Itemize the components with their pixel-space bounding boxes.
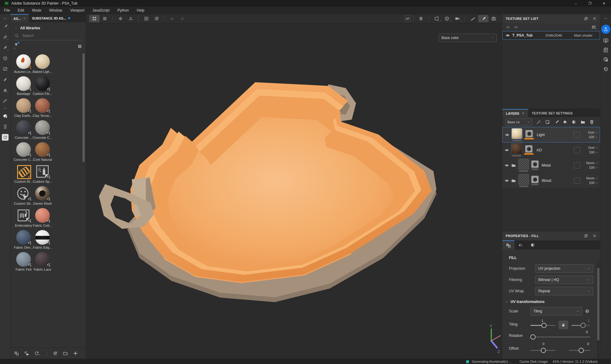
rotation-slider[interactable] <box>530 337 590 337</box>
tiling-slider-1[interactable] <box>530 325 555 326</box>
add-paint-layer-icon[interactable] <box>554 120 559 124</box>
blend-mode-dropdown[interactable]: Ovrl <box>588 131 598 134</box>
flip-b-icon[interactable] <box>177 15 188 22</box>
uv-transformations-header[interactable]: UV transformations <box>505 300 596 304</box>
log-panel-icon[interactable] <box>603 47 609 53</box>
resources-updater-icon[interactable] <box>0 132 10 142</box>
search-bar[interactable] <box>15 33 82 40</box>
opacity-dropdown[interactable]: 100 <box>589 166 598 169</box>
asset-item[interactable]: Fabric Cott... <box>33 208 52 230</box>
eraser-tool-icon[interactable] <box>0 31 10 42</box>
manipulator-icon[interactable] <box>89 15 100 22</box>
close-button[interactable]: ✕ <box>597 0 611 7</box>
show-all-sets-icon[interactable] <box>506 25 510 29</box>
layer-row-light[interactable]: Light Ovrl 100 <box>502 127 600 142</box>
asset-item[interactable]: Fabric Edg... <box>33 230 52 252</box>
layer-reference-box[interactable] <box>574 162 580 168</box>
shader-settings-icon[interactable] <box>603 57 609 62</box>
menu-file[interactable]: File <box>0 8 14 13</box>
geometry-visibility-icon[interactable] <box>404 16 411 22</box>
symmetry-horizontal-icon[interactable] <box>115 15 126 22</box>
asset-item[interactable]: Carbon Fib... <box>33 76 52 98</box>
share-button[interactable] <box>601 25 610 34</box>
projection-tool-icon[interactable] <box>0 42 10 53</box>
polygon-fill-tool-icon[interactable] <box>0 63 10 74</box>
opacity-dropdown[interactable]: 100 <box>589 150 598 154</box>
menu-window[interactable]: Window <box>45 8 66 13</box>
tab-substance-assets[interactable]: SUBSTANCE 3D AS... <box>29 14 73 22</box>
layer-mask-thumbnail[interactable] <box>525 130 533 137</box>
visibility-eye-icon[interactable] <box>505 178 509 183</box>
quick-mask-icon[interactable] <box>141 15 152 22</box>
clone-stamp-tool-icon[interactable] <box>0 85 10 96</box>
asset-item[interactable]: Concrete C... <box>33 120 52 142</box>
asset-item[interactable]: Concrete ... <box>14 120 33 142</box>
geometry-mask-tool-icon[interactable] <box>0 53 10 63</box>
asset-item[interactable]: Bandage <box>14 76 33 98</box>
offset-slider-2[interactable] <box>569 350 590 351</box>
material-picker-tool-icon[interactable] <box>0 96 10 106</box>
layer-row-wood[interactable]: Wood Norm 100 <box>502 173 600 188</box>
blend-mode-dropdown[interactable]: Norm <box>586 161 598 165</box>
asset-item[interactable]: Concrete C... <box>14 142 33 164</box>
layer-mask-thumbnail[interactable] <box>531 160 539 168</box>
tab-close-icon[interactable] <box>23 17 26 20</box>
layer-reference-box[interactable] <box>574 147 580 153</box>
tab-symmetry[interactable] <box>514 240 527 250</box>
reset-view-icon[interactable] <box>152 15 162 22</box>
tab-texture-set-settings[interactable]: TEXTURE SET SETTINGS <box>528 109 576 117</box>
asset-item[interactable]: Custom Sp... <box>33 164 52 186</box>
brush-preview-icon[interactable] <box>478 15 488 22</box>
add-asset-icon[interactable] <box>73 351 78 356</box>
blend-mode-dropdown[interactable]: Ovrl <box>588 146 598 150</box>
asset-item[interactable]: Fabric Felt <box>14 252 33 274</box>
reset-assets-icon[interactable] <box>53 351 58 356</box>
solo-set-icon[interactable] <box>514 25 518 29</box>
close-panel-icon[interactable] <box>592 234 597 238</box>
opacity-dropdown[interactable]: 100 <box>589 135 598 139</box>
delete-layer-icon[interactable] <box>589 120 594 124</box>
detach-panel-icon[interactable] <box>584 16 588 21</box>
blend-mode-dropdown[interactable]: Norm <box>586 176 598 180</box>
asset-item[interactable]: Clay Terrac... <box>33 98 52 120</box>
stroke-opacity-icon[interactable] <box>468 15 478 22</box>
solo-3d-view-icon[interactable] <box>442 15 452 22</box>
assets-scrollbar[interactable] <box>82 53 85 162</box>
tiling-grid-icon[interactable] <box>100 15 110 22</box>
minimize-button[interactable]: – <box>569 0 583 7</box>
group-folder-icon[interactable] <box>511 178 516 183</box>
history-panel-icon[interactable] <box>0 121 10 132</box>
menu-mode[interactable]: Mode <box>28 8 45 13</box>
search-input[interactable] <box>22 33 66 38</box>
group-thumbnail[interactable] <box>518 174 529 185</box>
tab-close-icon[interactable] <box>522 112 525 115</box>
smart-material-icon[interactable] <box>536 120 541 124</box>
new-shelf-folder-icon[interactable] <box>63 351 68 356</box>
menu-python[interactable]: Python <box>113 8 133 13</box>
layer-row-ao[interactable]: AO Ovrl 100 <box>502 142 600 158</box>
smudge-tool-icon[interactable] <box>0 74 10 85</box>
asset-item[interactable]: Custom Sti... <box>14 186 33 208</box>
filter-icon[interactable] <box>14 43 18 50</box>
tab-mask[interactable] <box>527 240 539 250</box>
add-effect-icon[interactable] <box>545 120 550 124</box>
reimport-assets-icon[interactable] <box>34 351 41 356</box>
all-libraries-selector[interactable]: All libraries <box>10 22 86 32</box>
asset-item[interactable]: Fabric Den... <box>14 230 33 252</box>
menu-help[interactable]: Help <box>133 8 148 13</box>
list-filter-icon[interactable] <box>591 25 596 30</box>
3d-viewport[interactable]: Y X Z Base color <box>86 23 502 359</box>
asset-item[interactable]: Fabric Lace <box>33 252 52 274</box>
visibility-eye-icon[interactable] <box>505 148 509 152</box>
layer-thumbnail[interactable] <box>511 143 522 154</box>
asset-item[interactable]: Clay Earth... <box>14 98 33 120</box>
projection-dropdown[interactable]: UV projection <box>535 264 593 273</box>
tiling-slider-2[interactable] <box>571 325 590 326</box>
texture-set-row[interactable]: T_PSA_Tub 2048x2048 Main shader <box>502 31 600 40</box>
save-asset-list-icon[interactable] <box>14 351 19 356</box>
opacity-dropdown[interactable]: 100 <box>589 181 598 185</box>
visibility-eye-icon[interactable] <box>506 33 510 38</box>
layer-row-metal[interactable]: Metal Norm 100 <box>502 158 600 173</box>
dock-drag-handle[interactable] <box>604 16 608 21</box>
asset-item[interactable]: Denim Rivet <box>33 186 52 208</box>
